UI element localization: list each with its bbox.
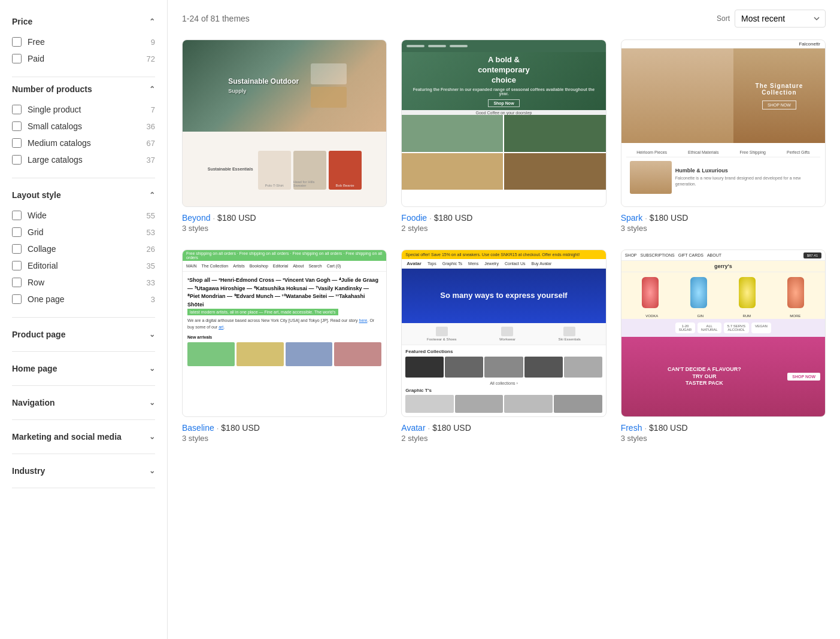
filter-item-wide: Wide 55 [12,207,155,224]
theme-preview-beyond: Sustainable Outdoor Supply Sustainable E… [182,39,387,207]
label-paid[interactable]: Paid [28,54,44,63]
main-content: 1-24 of 81 themes Sort Most recent Most … [168,0,840,639]
checkbox-paid[interactable] [12,54,22,63]
results-count: 1-24 of 81 themes [182,14,250,23]
theme-price-foodie: $180 USD [434,213,473,223]
theme-name-foodie[interactable]: Foodie [401,213,427,223]
theme-name-spark[interactable]: Spark [621,213,643,223]
theme-styles-avatar: 2 styles [401,434,606,443]
theme-preview-foodie: A bold &contemporarychoice Featuring the… [401,39,606,207]
theme-preview-avatar: Special offer! Save 15% on all sneakers.… [401,249,606,417]
chevron-up-icon-2: ⌃ [149,85,155,93]
chevron-up-icon-3: ⌃ [149,191,155,199]
sort-label: Sort [717,14,730,23]
chevron-down-icon-home: ⌄ [149,364,155,373]
checkbox-small[interactable] [12,121,22,131]
filter-label-product-page: Product page [12,330,65,339]
theme-name-baseline[interactable]: Baseline [182,423,214,433]
theme-styles-spark: 3 styles [621,224,826,233]
filter-label-marketing: Marketing and social media [12,432,122,442]
filter-item-single: Single product 7 [12,101,155,118]
theme-card-foodie[interactable]: A bold &contemporarychoice Featuring the… [401,39,606,235]
filter-label-navigation: Navigation [12,398,55,407]
theme-info-baseline: Baseline · $180 USD 3 styles [182,417,387,445]
count-wide: 55 [147,211,155,220]
checkbox-large[interactable] [12,155,22,165]
count-large: 37 [147,156,155,165]
label-grid[interactable]: Grid [28,227,43,237]
checkbox-single[interactable] [12,105,22,114]
label-editorial[interactable]: Editorial [28,261,58,270]
checkbox-collage[interactable] [12,244,22,254]
checkbox-row[interactable] [12,278,22,287]
theme-styles-beyond: 3 styles [182,224,387,233]
theme-price-fresh: $180 USD [649,423,688,433]
filter-item-grid: Grid 53 [12,224,155,241]
theme-name-fresh[interactable]: Fresh [621,423,642,433]
theme-card-beyond[interactable]: Sustainable Outdoor Supply Sustainable E… [182,39,387,235]
sort-select[interactable]: Most recent Most popular Price: Low to h… [735,10,826,28]
filter-item-row: Row 33 [12,274,155,291]
label-free[interactable]: Free [28,37,45,47]
label-large[interactable]: Large catalogs [28,155,83,165]
theme-name-beyond[interactable]: Beyond [182,213,210,223]
label-collage[interactable]: Collage [28,244,56,254]
checkbox-free[interactable] [12,37,22,47]
theme-card-baseline[interactable]: Free shipping on all orders · Free shipp… [182,249,387,445]
checkbox-medium[interactable] [12,138,22,148]
label-row[interactable]: Row [28,278,44,287]
filter-label-home-page: Home page [12,364,57,373]
filter-section-navigation: Navigation ⌄ [12,391,155,420]
filter-item-editorial: Editorial 35 [12,257,155,274]
theme-info-fresh: Fresh · $180 USD 3 styles [621,417,826,445]
layout-style-filter-items: Wide 55 Grid 53 Collage 26 [12,207,155,312]
theme-price-baseline: $180 USD [221,423,260,433]
filter-item-paid: Paid 72 [12,50,155,67]
chevron-down-icon-navigation: ⌄ [149,398,155,407]
label-single[interactable]: Single product [28,105,81,114]
checkbox-one-page[interactable] [12,294,22,304]
filter-header-industry[interactable]: Industry ⌄ [12,459,155,483]
filter-header-navigation[interactable]: Navigation ⌄ [12,391,155,415]
theme-card-spark[interactable]: Falconettr The Signature Collection SHOP… [621,39,826,235]
theme-info-avatar: Avatar · $180 USD 2 styles [401,417,606,445]
label-wide[interactable]: Wide [28,211,47,220]
theme-preview-baseline: Free shipping on all orders · Free shipp… [182,249,387,417]
theme-price-spark: $180 USD [650,213,689,223]
chevron-down-icon-industry: ⌄ [149,467,155,475]
count-row: 33 [147,278,155,287]
theme-info-foodie: Foodie · $180 USD 2 styles [401,207,606,235]
theme-info-beyond: Beyond · $180 USD 3 styles [182,207,387,235]
filter-label-price: Price [12,17,32,26]
theme-preview-fresh: SHOPSUBSCRIPTIONSGIFT CARDSABOUT $87.41 … [621,249,826,417]
theme-card-fresh[interactable]: SHOPSUBSCRIPTIONSGIFT CARDSABOUT $87.41 … [621,249,826,445]
filter-section-industry: Industry ⌄ [12,459,155,488]
theme-name-avatar[interactable]: Avatar [401,423,425,433]
checkbox-grid[interactable] [12,227,22,237]
checkbox-editorial[interactable] [12,261,22,270]
page-container: Price ⌃ Free 9 Paid 72 [0,0,840,639]
filter-item-collage: Collage 26 [12,241,155,257]
theme-styles-baseline: 3 styles [182,434,387,443]
filter-header-home-page[interactable]: Home page ⌄ [12,357,155,381]
main-header: 1-24 of 81 themes Sort Most recent Most … [182,10,826,28]
count-paid: 72 [147,54,155,63]
chevron-down-icon-product: ⌄ [149,330,155,339]
filter-section-price: Price ⌃ Free 9 Paid 72 [12,10,155,77]
label-one-page[interactable]: One page [28,294,65,304]
filter-section-product-page: Product page ⌄ [12,322,155,352]
filter-header-marketing[interactable]: Marketing and social media ⌄ [12,425,155,449]
theme-styles-foodie: 2 styles [401,224,606,233]
filter-header-layout-style[interactable]: Layout style ⌃ [12,183,155,207]
label-small[interactable]: Small catalogs [28,121,82,131]
checkbox-wide[interactable] [12,211,22,220]
count-editorial: 35 [147,261,155,270]
filter-header-price[interactable]: Price ⌃ [12,10,155,34]
theme-preview-spark: Falconettr The Signature Collection SHOP… [621,39,826,207]
label-medium[interactable]: Medium catalogs [28,138,91,148]
theme-card-avatar[interactable]: Special offer! Save 15% on all sneakers.… [401,249,606,445]
filter-section-layout-style: Layout style ⌃ Wide 55 Grid 53 [12,183,155,318]
filter-label-industry: Industry [12,466,45,476]
filter-header-product-page[interactable]: Product page ⌄ [12,322,155,346]
filter-header-number-of-products[interactable]: Number of products ⌃ [12,77,155,101]
